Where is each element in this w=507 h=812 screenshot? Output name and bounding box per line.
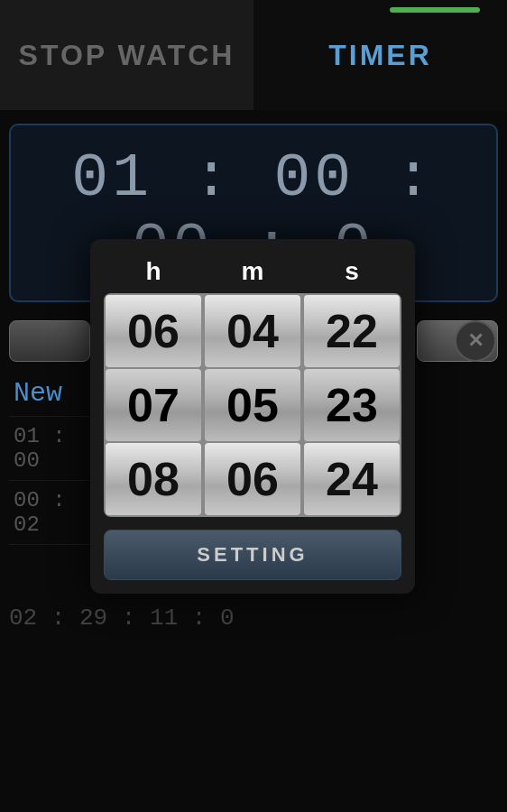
timer-list-panel: New 01 : 00 00 : 02 <box>0 371 90 545</box>
tab-bar: STOP WATCH TIMER <box>0 0 507 110</box>
timer-new-label[interactable]: New <box>9 371 90 417</box>
minutes-column: 04 05 06 <box>205 295 300 515</box>
bottom-time-display: 02 : 29 : 11 : 0 <box>9 604 235 632</box>
picker-grid: 06 07 08 04 05 06 22 23 24 <box>104 293 401 517</box>
timer-tab-label: TIMER <box>328 39 432 72</box>
minutes-cell-1[interactable]: 05 <box>205 369 300 441</box>
minutes-cell-2[interactable]: 06 <box>205 443 300 515</box>
picker-headers: h m s <box>104 257 401 286</box>
timer-entry-1[interactable]: 01 : 00 <box>9 417 90 481</box>
hours-column: 06 07 08 <box>106 295 201 515</box>
seconds-cell-0[interactable]: 22 <box>304 295 400 367</box>
tab-stopwatch[interactable]: STOP WATCH <box>0 0 254 110</box>
time-picker-modal: h m s 06 07 08 04 05 06 22 23 24 SETTING <box>90 239 415 594</box>
left-control-button[interactable] <box>9 320 90 362</box>
seconds-cell-2[interactable]: 24 <box>304 443 400 515</box>
timer-entry-2[interactable]: 00 : 02 <box>9 481 90 545</box>
seconds-column: 22 23 24 <box>304 295 400 515</box>
close-icon: ✕ <box>467 329 484 353</box>
timer-active-indicator <box>390 7 480 13</box>
stopwatch-tab-label: STOP WATCH <box>19 39 235 72</box>
picker-header-h: h <box>104 257 203 286</box>
picker-header-m: m <box>203 257 302 286</box>
minutes-cell-0[interactable]: 04 <box>205 295 300 367</box>
close-button[interactable]: ✕ <box>455 320 496 362</box>
hours-cell-0[interactable]: 06 <box>106 295 201 367</box>
tab-timer[interactable]: TIMER <box>254 0 507 110</box>
picker-header-s: s <box>302 257 401 286</box>
seconds-cell-1[interactable]: 23 <box>304 369 400 441</box>
hours-cell-2[interactable]: 08 <box>106 443 201 515</box>
setting-button[interactable]: SETTING <box>104 530 401 580</box>
hours-cell-1[interactable]: 07 <box>106 369 201 441</box>
